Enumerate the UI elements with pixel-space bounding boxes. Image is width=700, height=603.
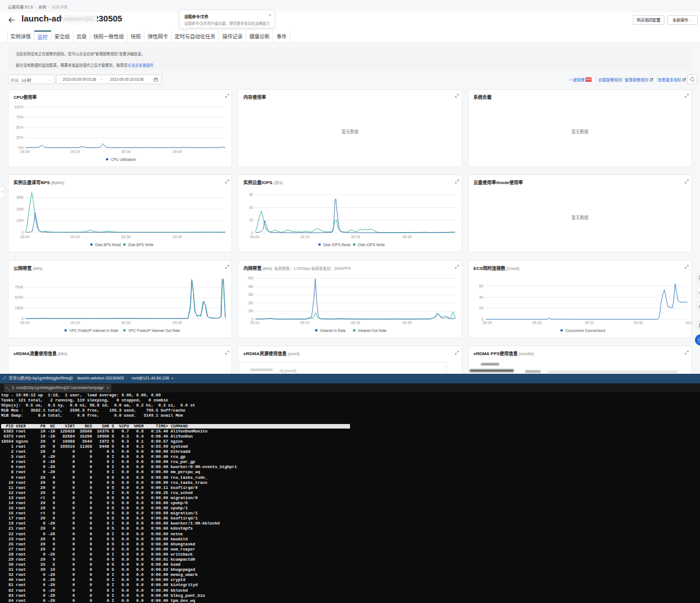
- svg-text:750K: 750K: [15, 285, 24, 289]
- svg-text:09:49: 09:49: [173, 235, 182, 239]
- svg-text:250K: 250K: [15, 306, 24, 310]
- svg-text:09:34: 09:34: [121, 149, 131, 153]
- svg-text:Disk IOPS Write: Disk IOPS Write: [358, 243, 385, 247]
- svg-text:09:19: 09:19: [71, 321, 80, 325]
- svg-text:20: 20: [250, 218, 254, 222]
- svg-text:09:34: 09:34: [351, 321, 361, 325]
- svg-text:Disk BPS Read: Disk BPS Read: [95, 243, 121, 247]
- svg-text:09:49: 09:49: [173, 321, 182, 325]
- svg-text:100%: 100%: [14, 104, 24, 108]
- svg-text:09:04: 09:04: [20, 149, 30, 153]
- svg-text:75%: 75%: [16, 115, 24, 119]
- svg-text:09:19: 09:19: [300, 235, 310, 239]
- svg-text:09:49: 09:49: [403, 235, 412, 239]
- svg-text:4M: 4M: [248, 285, 253, 289]
- svg-text:3M: 3M: [248, 292, 253, 296]
- svg-text:09:04: 09:04: [20, 321, 30, 325]
- svg-text:20M: 20M: [16, 207, 24, 211]
- svg-text:09:18: 09:18: [532, 321, 542, 325]
- svg-text:09:34: 09:34: [121, 321, 131, 325]
- svg-text:09:32: 09:32: [585, 321, 594, 325]
- svg-text:09:19: 09:19: [71, 149, 80, 153]
- svg-text:0: 0: [21, 230, 24, 234]
- svg-text:09:04: 09:04: [483, 321, 492, 325]
- svg-text:Intranet In Rate: Intranet In Rate: [320, 328, 346, 332]
- svg-text:09:19: 09:19: [71, 235, 80, 239]
- svg-text:Intranet Out Rate: Intranet Out Rate: [358, 328, 387, 332]
- svg-text:09:04: 09:04: [250, 321, 260, 325]
- svg-text:09:34: 09:34: [351, 235, 361, 239]
- svg-text:10:00: 10:00: [685, 321, 692, 325]
- svg-text:09:19: 09:19: [300, 321, 310, 325]
- svg-text:CPU Utilization: CPU Utilization: [111, 157, 136, 161]
- svg-text:Concurrent Connections: Concurrent Connections: [565, 328, 606, 332]
- svg-text:09:04: 09:04: [250, 235, 260, 239]
- svg-text:10M: 10M: [16, 219, 24, 222]
- svg-text:2M: 2M: [248, 301, 253, 305]
- svg-text:VPC PublicIP Internet Out Rate: VPC PublicIP Internet Out Rate: [128, 328, 180, 332]
- svg-text:0: 0: [251, 231, 253, 235]
- svg-text:0: 0: [21, 316, 24, 320]
- svg-text:Disk IOPS Read: Disk IOPS Read: [323, 243, 351, 247]
- svg-text:09:46: 09:46: [633, 321, 643, 325]
- svg-text:4K: 4K: [479, 295, 484, 299]
- svg-text:40: 40: [250, 206, 254, 209]
- svg-text:2K: 2K: [479, 306, 484, 310]
- svg-text:50%: 50%: [16, 125, 24, 129]
- svg-text:09:04: 09:04: [20, 235, 30, 239]
- svg-text:1M: 1M: [248, 309, 253, 313]
- svg-text:6K: 6K: [479, 284, 484, 288]
- svg-text:Disk BPS Write: Disk BPS Write: [128, 243, 154, 247]
- svg-text:VPC PublicIP Internet In Rate: VPC PublicIP Internet In Rate: [69, 328, 119, 332]
- svg-text:09:34: 09:34: [121, 235, 131, 239]
- svg-text:09:49: 09:49: [403, 321, 412, 325]
- svg-text:30M: 30M: [16, 195, 24, 199]
- svg-text:60: 60: [250, 193, 254, 196]
- svg-text:500K: 500K: [15, 295, 24, 299]
- svg-text:5M: 5M: [248, 276, 253, 280]
- svg-text:25%: 25%: [16, 136, 24, 139]
- svg-text:09:49: 09:49: [173, 149, 182, 153]
